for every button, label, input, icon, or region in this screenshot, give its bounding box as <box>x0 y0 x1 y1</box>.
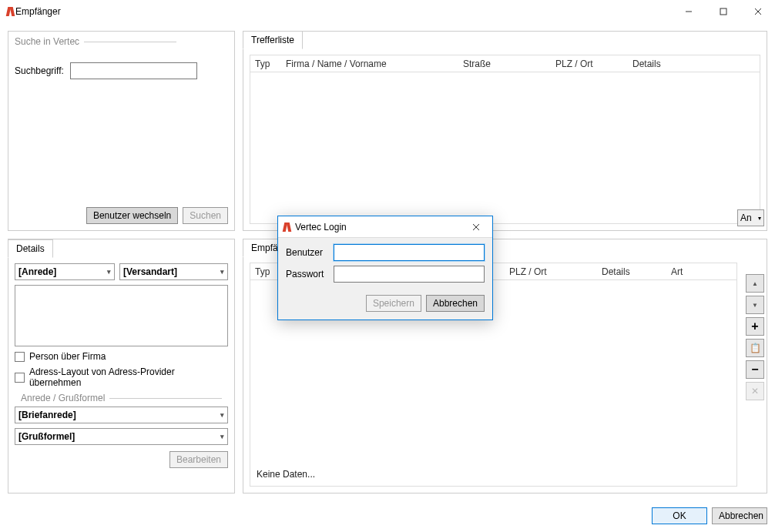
chevron-down-icon: ▾ <box>220 268 224 276</box>
an-dropdown[interactable]: An ▾ <box>737 209 764 226</box>
anrede-combo[interactable]: [Anrede] ▾ <box>15 263 115 280</box>
col-plz[interactable]: PLZ / Ort <box>551 57 628 71</box>
user-label: Benutzer <box>286 247 327 258</box>
side-buttons: ▲ ▼ + 📋 − ✕ <box>746 274 764 400</box>
app-icon <box>283 223 292 232</box>
checkbox-adress-layout[interactable]: Adress-Layout von Adress-Provider überne… <box>15 366 228 388</box>
svg-rect-1 <box>720 8 726 15</box>
briefanrede-combo[interactable]: [Briefanrede] ▾ <box>15 407 228 423</box>
cancel-button[interactable]: Abbrechen <box>712 507 767 524</box>
dialog-footer: OK Abbrechen <box>652 507 767 524</box>
login-title: Vertec Login <box>295 222 465 233</box>
login-dialog: Vertec Login Benutzer Passwort Speichern… <box>277 216 493 320</box>
checkbox-icon <box>15 352 25 362</box>
grussformel-combo[interactable]: [Grußformel] ▾ <box>15 428 228 445</box>
chevron-down-icon: ▾ <box>220 411 224 419</box>
col-details[interactable]: Details <box>628 57 729 71</box>
col-typ[interactable]: Typ <box>250 57 281 71</box>
search-panel: Suche in Vertec Suchbegriff: Benutzer we… <box>8 31 235 231</box>
no-data-label: Keine Daten... <box>257 469 315 480</box>
edit-button[interactable]: Bearbeiten <box>169 451 228 468</box>
col-firma[interactable]: Firma / Name / Vorname <box>281 57 458 71</box>
login-close-button[interactable] <box>465 216 488 238</box>
col-extra[interactable] <box>729 62 760 65</box>
password-input[interactable] <box>334 266 485 283</box>
save-button[interactable]: Speichern <box>366 295 421 312</box>
remove-button[interactable]: − <box>746 360 764 379</box>
add-button[interactable]: + <box>746 317 764 336</box>
search-group-label: Suche in Vertec <box>15 36 228 47</box>
tab-details[interactable]: Details <box>8 239 53 258</box>
search-input[interactable] <box>70 62 197 79</box>
app-icon <box>6 7 15 16</box>
move-up-button[interactable]: ▲ <box>746 274 764 293</box>
trefferliste-panel: Trefferliste Typ Firma / Name / Vorname … <box>243 31 767 231</box>
ok-button[interactable]: OK <box>652 507 707 524</box>
col-plz[interactable]: PLZ / Ort <box>505 265 597 279</box>
delete-button[interactable]: ✕ <box>746 382 764 400</box>
address-textarea[interactable] <box>15 285 228 346</box>
search-field-label: Suchbegriff: <box>15 65 64 76</box>
search-button[interactable]: Suchen <box>183 207 228 224</box>
user-input[interactable] <box>334 244 485 261</box>
chevron-down-icon: ▾ <box>220 433 224 440</box>
versandart-combo[interactable]: [Versandart] ▾ <box>119 263 228 280</box>
login-titlebar: Vertec Login <box>278 216 492 238</box>
trefferliste-grid[interactable]: Typ Firma / Name / Vorname Straße PLZ / … <box>250 55 760 224</box>
chevron-down-icon: ▾ <box>758 215 761 222</box>
details-panel: Details [Anrede] ▾ [Versandart] ▾ Per <box>8 239 235 494</box>
move-down-button[interactable]: ▼ <box>746 296 764 314</box>
col-art[interactable]: Art <box>666 265 736 279</box>
login-cancel-button[interactable]: Abbrechen <box>426 295 485 312</box>
close-button[interactable] <box>740 0 775 23</box>
checkbox-person-firma[interactable]: Person über Firma <box>15 351 228 362</box>
password-label: Passwort <box>286 269 327 279</box>
search-group-text: Suche in Vertec <box>15 36 79 47</box>
window-title: Empfänger <box>15 6 61 17</box>
checkbox-icon <box>15 373 25 383</box>
window-titlebar: Empfänger <box>0 0 775 23</box>
col-strasse[interactable]: Straße <box>458 57 551 71</box>
col-typ[interactable]: Typ <box>250 265 281 279</box>
minimize-button[interactable] <box>671 0 706 23</box>
maximize-button[interactable] <box>706 0 740 23</box>
clipboard-icon: 📋 <box>750 343 761 353</box>
col-details[interactable]: Details <box>597 265 666 279</box>
trefferliste-headers: Typ Firma / Name / Vorname Straße PLZ / … <box>250 55 760 72</box>
paste-button[interactable]: 📋 <box>746 339 764 357</box>
chevron-down-icon: ▾ <box>107 268 111 276</box>
greeting-group-label: Anrede / Grußformel <box>21 393 222 403</box>
tab-trefferliste[interactable]: Trefferliste <box>243 31 303 49</box>
switch-user-button[interactable]: Benutzer wechseln <box>86 207 178 224</box>
